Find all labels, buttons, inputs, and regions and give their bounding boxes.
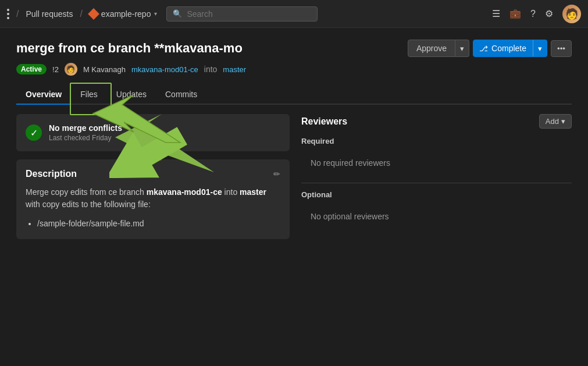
merge-status-subtitle: Last checked Friday (49, 134, 122, 142)
add-reviewer-label: Add (546, 117, 559, 126)
repo-selector[interactable]: example-repo ▾ (90, 9, 158, 19)
reviewer-divider (301, 183, 572, 183)
reviewers-section: Reviewers Add ▾ Required No required rev… (301, 114, 572, 229)
nav-separator-2: / (80, 9, 82, 19)
merge-icon: ⎇ (479, 44, 488, 53)
two-column-layout: ✓ No merge conflicts Last checked Friday… (16, 114, 572, 247)
description-body: Merge copy edits from ce branch mkavana-… (26, 186, 280, 230)
description-header: Description ✏ (26, 169, 280, 179)
add-reviewer-button[interactable]: Add ▾ (539, 114, 572, 129)
complete-button-group: ⎇ Complete ▾ (473, 40, 547, 57)
tab-overview[interactable]: Overview (16, 85, 71, 105)
merge-status: ✓ No merge conflicts Last checked Friday (26, 123, 280, 142)
desc-bold-2: master (240, 187, 266, 197)
reviewers-title: Reviewers (301, 116, 347, 127)
main-content: merge from ce branch **mkavana-mo Approv… (0, 28, 588, 259)
topnav-right: ☰ 💼 ? ⚙ 🧑 (492, 5, 581, 23)
add-reviewer-chevron-icon: ▾ (561, 117, 565, 126)
desc-bold-1: mkavana-mod01-ce (147, 187, 222, 197)
tab-commits[interactable]: Commits (156, 85, 206, 105)
target-branch[interactable]: master (223, 65, 246, 74)
status-badge: Active (16, 64, 47, 74)
description-card: Description ✏ Merge copy edits from ce b… (16, 159, 290, 239)
complete-button[interactable]: ⎇ Complete (473, 40, 533, 57)
branch-separator: into (204, 65, 218, 74)
settings-user-icon[interactable]: ⚙ (545, 8, 553, 19)
avatar[interactable]: 🧑 (562, 5, 581, 23)
description-title: Description (26, 169, 77, 179)
pr-actions: Approve ▾ ⎇ Complete ▾ ••• (408, 40, 572, 57)
repo-name: example-repo (101, 9, 151, 19)
desc-bullet-item: /sample-folder/sample-file.md (37, 218, 280, 230)
pr-author: M Kavanagh (83, 65, 126, 74)
repo-diamond-icon (88, 8, 99, 20)
nav-separator-1: / (16, 9, 19, 19)
left-column: ✓ No merge conflicts Last checked Friday… (16, 114, 290, 247)
description-bullet-list: /sample-folder/sample-file.md (26, 218, 280, 230)
search-icon: 🔍 (173, 9, 182, 18)
desc-text-1: Merge copy edits from ce branch (26, 187, 147, 197)
list-icon[interactable]: ☰ (492, 8, 500, 19)
approve-chevron-button[interactable]: ▾ (455, 40, 469, 57)
pr-id: !2 (52, 65, 59, 74)
briefcase-icon[interactable]: 💼 (509, 8, 521, 19)
desc-text-2: into (222, 187, 240, 197)
approve-button-group: Approve ▾ (408, 40, 469, 57)
required-label: Required (301, 137, 572, 145)
pr-title: merge from ce branch **mkavana-mo (16, 41, 243, 56)
more-actions-button[interactable]: ••• (551, 40, 572, 57)
pr-meta: Active !2 🧑 M Kavanagh mkavana-mod01-ce … (16, 63, 572, 76)
author-avatar: 🧑 (65, 63, 77, 76)
repo-chevron-icon: ▾ (154, 10, 157, 17)
tab-files[interactable]: Files (71, 85, 107, 105)
approve-button[interactable]: Approve (408, 40, 455, 57)
check-icon: ✓ (26, 125, 42, 141)
merge-text: No merge conflicts Last checked Friday (49, 123, 122, 142)
complete-chevron-button[interactable]: ▾ (533, 40, 547, 57)
source-branch[interactable]: mkavana-mod01-ce (131, 65, 198, 74)
edit-icon[interactable]: ✏ (273, 169, 280, 179)
optional-label: Optional (301, 190, 572, 199)
topnav: / Pull requests / example-repo ▾ 🔍 ☰ 💼 ?… (0, 0, 588, 28)
search-box[interactable]: 🔍 (166, 6, 318, 22)
tab-updates[interactable]: Updates (107, 85, 156, 105)
optional-empty: No optional reviewers (301, 204, 572, 229)
reviewers-header: Reviewers Add ▾ (301, 114, 572, 129)
pull-requests-link[interactable]: Pull requests (26, 9, 73, 19)
merge-status-title: No merge conflicts (49, 123, 122, 133)
right-column: Reviewers Add ▾ Required No required rev… (301, 114, 572, 247)
pr-title-row: merge from ce branch **mkavana-mo Approv… (16, 40, 572, 57)
tabs: Overview Files Updates Commits (16, 85, 572, 105)
required-empty: No required reviewers (301, 150, 572, 176)
search-input[interactable] (187, 9, 311, 19)
desc-text-3: with copy edits to the following file: (26, 200, 151, 209)
help-icon[interactable]: ? (530, 9, 536, 19)
hamburger-menu[interactable] (7, 9, 9, 19)
complete-button-label: Complete (491, 44, 526, 53)
merge-status-card: ✓ No merge conflicts Last checked Friday (16, 114, 290, 151)
